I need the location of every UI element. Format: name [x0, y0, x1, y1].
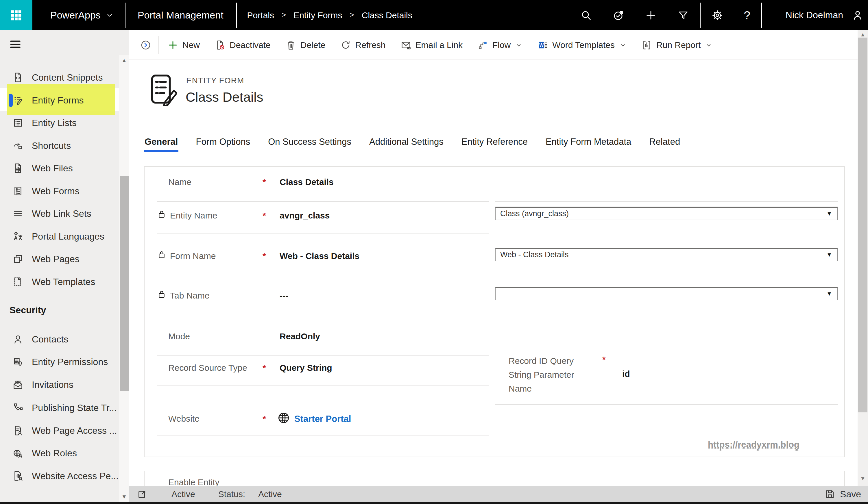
record-source-type-value[interactable]: Query String	[280, 363, 332, 373]
sidebar-item-entity-lists[interactable]: Entity Lists	[0, 113, 119, 132]
record-source-type-label: Record Source Type	[168, 363, 247, 373]
scroll-down-icon[interactable]: ▼	[858, 475, 868, 482]
new-record-button[interactable]	[645, 10, 657, 21]
dropdown-arrow-icon: ▼	[826, 251, 832, 258]
name-value[interactable]: Class Details	[280, 177, 334, 187]
breadcrumb-separator-icon: >	[350, 10, 354, 19]
sidebar-scrollbar[interactable]: ▲ ▼	[119, 55, 129, 504]
new-button[interactable]: New	[168, 40, 200, 50]
settings-button[interactable]	[712, 10, 723, 21]
entity-name-value[interactable]: avngr_class	[280, 211, 330, 220]
sidebar-item-web-link-sets[interactable]: Web Link Sets	[0, 204, 119, 223]
flow-icon	[478, 40, 488, 50]
sidebar-item-web-pages[interactable]: Web Pages	[0, 249, 119, 269]
mode-value[interactable]: ReadOnly	[280, 332, 320, 341]
trash-icon	[286, 40, 296, 50]
person-icon	[852, 10, 864, 21]
divider	[700, 3, 701, 28]
form-name-label: Form Name	[170, 251, 216, 261]
filter-button[interactable]	[678, 10, 689, 21]
required-asterisk: *	[262, 414, 266, 424]
chevron-down-icon[interactable]	[106, 12, 113, 19]
tab-form-options[interactable]: Form Options	[196, 137, 250, 147]
scroll-up-icon[interactable]: ▲	[119, 57, 129, 64]
general-section: Name * Class Details Entity Name * avngr…	[144, 166, 845, 457]
deactivate-button[interactable]: Deactivate	[215, 40, 271, 50]
search-button[interactable]	[580, 10, 592, 21]
account-button[interactable]	[852, 10, 864, 21]
svg-text:W: W	[539, 43, 544, 48]
sidebar-item-shortcuts[interactable]: Shortcuts	[0, 136, 119, 155]
sidebar-item-web-files[interactable]: Web Files	[0, 159, 119, 178]
sidebar-item-web-forms[interactable]: Web Forms	[0, 181, 119, 201]
tab-entity-reference[interactable]: Entity Reference	[462, 137, 528, 147]
app-title[interactable]: Portal Management	[138, 10, 224, 21]
breadcrumb-entity-forms[interactable]: Entity Forms	[293, 10, 342, 20]
sidebar-item-invitations[interactable]: Invitations	[0, 375, 119, 394]
breadcrumb-class-details[interactable]: Class Details	[362, 10, 412, 20]
lock-icon	[158, 250, 165, 259]
sidebar-item-entity-permissions[interactable]: Entity Permissions	[0, 352, 119, 371]
sidebar-item-portal-languages[interactable]: Portal Languages	[0, 227, 119, 246]
sidebar-item-web-templates[interactable]: Web Templates	[0, 272, 119, 291]
expand-form-icon[interactable]	[137, 489, 147, 499]
word-templates-button[interactable]: W Word Templates	[538, 40, 627, 50]
app-launcher-waffle-icon[interactable]	[0, 0, 32, 30]
breadcrumb-separator-icon: >	[282, 10, 286, 19]
tab-general[interactable]: General	[145, 137, 178, 147]
tab-additional-settings[interactable]: Additional Settings	[369, 137, 444, 147]
divider	[158, 36, 159, 54]
sidebar-item-publishing-state-transitions[interactable]: Publishing State Tr...	[0, 398, 119, 417]
lock-icon	[158, 210, 165, 219]
tab-entity-form-metadata[interactable]: Entity Form Metadata	[546, 137, 631, 147]
record-id-param-value[interactable]: id	[622, 369, 630, 379]
divider	[125, 3, 125, 28]
quick-create-button[interactable]	[613, 10, 624, 21]
sidebar-item-entity-forms[interactable]: Entity Forms	[0, 91, 119, 110]
chevron-down-icon	[619, 41, 627, 49]
product-name[interactable]: PowerApps	[50, 10, 101, 21]
email-a-link-button[interactable]: Email a Link	[401, 40, 463, 50]
record-title: Class Details	[186, 89, 263, 105]
refresh-button[interactable]: Refresh	[340, 40, 385, 50]
deactivate-icon	[215, 40, 225, 50]
user-name[interactable]: Nick Doelman	[786, 10, 843, 21]
entity-lists-icon	[13, 118, 23, 128]
form-name-value[interactable]: Web - Class Details	[280, 251, 359, 261]
sidebar-item-content-snippets[interactable]: Content Snippets	[0, 68, 119, 87]
main-scrollbar-thumb[interactable]	[858, 38, 867, 412]
scroll-down-icon[interactable]: ▼	[119, 494, 129, 500]
scroll-up-icon[interactable]: ▲	[858, 32, 868, 38]
website-link[interactable]: Starter Portal	[294, 414, 351, 424]
email-link-icon	[401, 40, 411, 50]
divider	[157, 315, 489, 315]
expand-command-bar-button[interactable]	[141, 40, 151, 50]
save-button[interactable]: Save	[824, 489, 861, 500]
sidebar-item-web-page-access[interactable]: Web Page Access ...	[0, 421, 119, 440]
main-scrollbar[interactable]: ▲ ▼	[858, 30, 868, 486]
divider	[495, 201, 838, 202]
tab-name-value[interactable]: ---	[280, 291, 288, 301]
entity-forms-icon	[13, 95, 23, 105]
mode-label: Mode	[168, 332, 190, 341]
run-report-button[interactable]: Run Report	[642, 40, 712, 50]
sidebar-scrollbar-thumb[interactable]	[120, 176, 129, 391]
divider	[157, 385, 489, 386]
tab-related[interactable]: Related	[649, 137, 680, 147]
entity-name-dropdown[interactable]: Class (avngr_class) ▼	[495, 207, 838, 220]
sidebar-item-website-access-permissions[interactable]: Website Access Pe...	[0, 466, 119, 485]
breadcrumb-portals[interactable]: Portals	[247, 10, 274, 20]
help-button[interactable]: ?	[744, 10, 750, 21]
sidebar-item-contacts[interactable]: Contacts	[0, 330, 119, 349]
web-forms-icon	[13, 186, 23, 196]
delete-button[interactable]: Delete	[286, 40, 326, 50]
form-name-dropdown[interactable]: Web - Class Details ▼	[495, 248, 838, 261]
tab-on-success-settings[interactable]: On Success Settings	[268, 137, 351, 147]
dropdown-arrow-icon: ▼	[826, 291, 832, 297]
sidebar-section-security: Security	[10, 305, 114, 316]
flow-button[interactable]: Flow	[478, 40, 523, 50]
tab-name-dropdown[interactable]: ▼	[495, 287, 838, 300]
sidebar-item-web-roles[interactable]: Web Roles	[0, 444, 119, 463]
hamburger-menu-button[interactable]	[9, 39, 21, 50]
content-snippets-icon	[13, 72, 23, 83]
